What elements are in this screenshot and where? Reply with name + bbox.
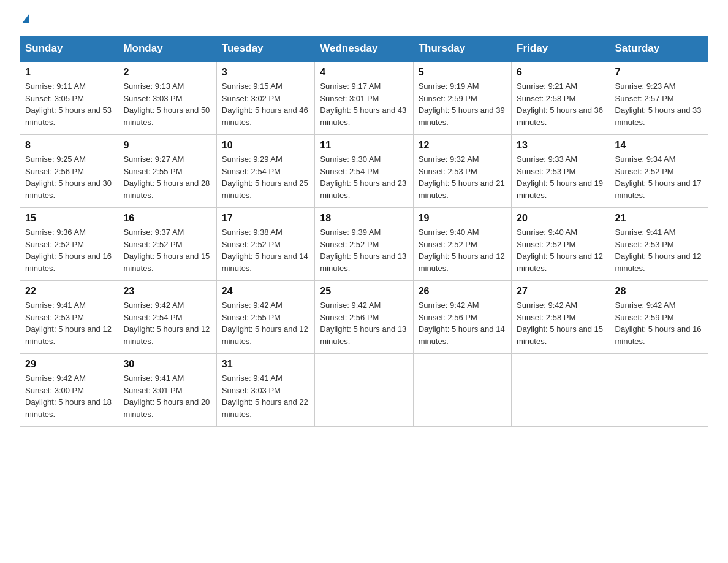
- calendar-cell: 3 Sunrise: 9:15 AMSunset: 3:02 PMDayligh…: [216, 61, 314, 135]
- calendar-cell: [610, 354, 708, 427]
- calendar-cell: 17 Sunrise: 9:38 AMSunset: 2:52 PMDaylig…: [216, 208, 314, 281]
- calendar-cell: 11 Sunrise: 9:30 AMSunset: 2:54 PMDaylig…: [315, 135, 413, 208]
- calendar-cell: 27 Sunrise: 9:42 AMSunset: 2:58 PMDaylig…: [512, 281, 610, 354]
- calendar-cell: 25 Sunrise: 9:42 AMSunset: 2:56 PMDaylig…: [315, 281, 413, 354]
- day-info: Sunrise: 9:41 AMSunset: 3:01 PMDaylight:…: [123, 373, 210, 419]
- day-info: Sunrise: 9:37 AMSunset: 2:52 PMDaylight:…: [123, 228, 210, 273]
- calendar-body: 1 Sunrise: 9:11 AMSunset: 3:05 PMDayligh…: [20, 61, 708, 427]
- day-header-sunday: Sunday: [20, 36, 118, 62]
- day-info: Sunrise: 9:42 AMSunset: 2:56 PMDaylight:…: [320, 301, 406, 346]
- calendar-cell: 26 Sunrise: 9:42 AMSunset: 2:56 PMDaylig…: [413, 281, 511, 354]
- week-row-3: 15 Sunrise: 9:36 AMSunset: 2:52 PMDaylig…: [20, 208, 708, 281]
- day-info: Sunrise: 9:42 AMSunset: 3:00 PMDaylight:…: [25, 373, 112, 419]
- day-header-saturday: Saturday: [610, 36, 708, 62]
- calendar-cell: 12 Sunrise: 9:32 AMSunset: 2:53 PMDaylig…: [413, 135, 511, 208]
- day-number: 11: [320, 140, 408, 151]
- day-info: Sunrise: 9:17 AMSunset: 3:01 PMDaylight:…: [320, 82, 406, 127]
- calendar-cell: 6 Sunrise: 9:21 AMSunset: 2:58 PMDayligh…: [512, 61, 610, 135]
- calendar-cell: 28 Sunrise: 9:42 AMSunset: 2:59 PMDaylig…: [610, 281, 708, 354]
- day-number: 9: [123, 140, 211, 151]
- day-info: Sunrise: 9:40 AMSunset: 2:52 PMDaylight:…: [517, 228, 603, 273]
- day-info: Sunrise: 9:42 AMSunset: 2:58 PMDaylight:…: [517, 301, 603, 346]
- calendar-cell: 14 Sunrise: 9:34 AMSunset: 2:52 PMDaylig…: [610, 135, 708, 208]
- day-info: Sunrise: 9:30 AMSunset: 2:54 PMDaylight:…: [320, 155, 406, 200]
- day-info: Sunrise: 9:36 AMSunset: 2:52 PMDaylight:…: [25, 228, 112, 273]
- calendar-cell: 15 Sunrise: 9:36 AMSunset: 2:52 PMDaylig…: [20, 208, 118, 281]
- day-number: 29: [25, 359, 113, 370]
- calendar-cell: 24 Sunrise: 9:42 AMSunset: 2:55 PMDaylig…: [216, 281, 314, 354]
- calendar-cell: 16 Sunrise: 9:37 AMSunset: 2:52 PMDaylig…: [118, 208, 216, 281]
- day-number: 10: [222, 140, 309, 151]
- day-number: 18: [320, 213, 408, 224]
- day-info: Sunrise: 9:41 AMSunset: 2:53 PMDaylight:…: [25, 301, 112, 346]
- day-info: Sunrise: 9:41 AMSunset: 3:03 PMDaylight:…: [222, 373, 308, 419]
- calendar-cell: 8 Sunrise: 9:25 AMSunset: 2:56 PMDayligh…: [20, 135, 118, 208]
- calendar-cell: 5 Sunrise: 9:19 AMSunset: 2:59 PMDayligh…: [413, 61, 511, 135]
- day-header-thursday: Thursday: [413, 36, 511, 62]
- day-number: 1: [25, 67, 113, 78]
- day-number: 15: [25, 213, 113, 224]
- day-number: 24: [222, 286, 309, 297]
- day-info: Sunrise: 9:42 AMSunset: 2:54 PMDaylight:…: [123, 301, 210, 346]
- day-header-monday: Monday: [118, 36, 216, 62]
- day-info: Sunrise: 9:40 AMSunset: 2:52 PMDaylight:…: [419, 228, 505, 273]
- week-row-4: 22 Sunrise: 9:41 AMSunset: 2:53 PMDaylig…: [20, 281, 708, 354]
- day-headers-row: SundayMondayTuesdayWednesdayThursdayFrid…: [20, 36, 708, 62]
- day-number: 30: [123, 359, 211, 370]
- logo-arrow-icon: [22, 13, 29, 23]
- day-info: Sunrise: 9:39 AMSunset: 2:52 PMDaylight:…: [320, 228, 406, 273]
- week-row-2: 8 Sunrise: 9:25 AMSunset: 2:56 PMDayligh…: [20, 135, 708, 208]
- day-info: Sunrise: 9:25 AMSunset: 2:56 PMDaylight:…: [25, 155, 112, 200]
- calendar-cell: 30 Sunrise: 9:41 AMSunset: 3:01 PMDaylig…: [118, 354, 216, 427]
- day-number: 21: [615, 213, 703, 224]
- calendar-cell: 31 Sunrise: 9:41 AMSunset: 3:03 PMDaylig…: [216, 354, 314, 427]
- day-number: 16: [123, 213, 211, 224]
- day-header-friday: Friday: [512, 36, 610, 62]
- day-info: Sunrise: 9:27 AMSunset: 2:55 PMDaylight:…: [123, 155, 210, 200]
- calendar-cell: 29 Sunrise: 9:42 AMSunset: 3:00 PMDaylig…: [20, 354, 118, 427]
- day-number: 23: [123, 286, 211, 297]
- calendar-cell: 7 Sunrise: 9:23 AMSunset: 2:57 PMDayligh…: [610, 61, 708, 135]
- day-info: Sunrise: 9:33 AMSunset: 2:53 PMDaylight:…: [517, 155, 603, 200]
- calendar-cell: 13 Sunrise: 9:33 AMSunset: 2:53 PMDaylig…: [512, 135, 610, 208]
- day-number: 8: [25, 140, 113, 151]
- day-info: Sunrise: 9:41 AMSunset: 2:53 PMDaylight:…: [615, 228, 702, 273]
- calendar-cell: 19 Sunrise: 9:40 AMSunset: 2:52 PMDaylig…: [413, 208, 511, 281]
- day-header-tuesday: Tuesday: [216, 36, 314, 62]
- day-number: 19: [419, 213, 506, 224]
- day-info: Sunrise: 9:11 AMSunset: 3:05 PMDaylight:…: [25, 82, 112, 127]
- day-header-wednesday: Wednesday: [315, 36, 413, 62]
- day-number: 26: [419, 286, 506, 297]
- day-info: Sunrise: 9:42 AMSunset: 2:56 PMDaylight:…: [419, 301, 505, 346]
- day-info: Sunrise: 9:34 AMSunset: 2:52 PMDaylight:…: [615, 155, 702, 200]
- day-info: Sunrise: 9:29 AMSunset: 2:54 PMDaylight:…: [222, 155, 308, 200]
- calendar-cell: 23 Sunrise: 9:42 AMSunset: 2:54 PMDaylig…: [118, 281, 216, 354]
- calendar-cell: 1 Sunrise: 9:11 AMSunset: 3:05 PMDayligh…: [20, 61, 118, 135]
- day-info: Sunrise: 9:23 AMSunset: 2:57 PMDaylight:…: [615, 82, 702, 127]
- day-number: 2: [123, 67, 211, 78]
- day-info: Sunrise: 9:32 AMSunset: 2:53 PMDaylight:…: [419, 155, 505, 200]
- day-number: 14: [615, 140, 703, 151]
- calendar-cell: 4 Sunrise: 9:17 AMSunset: 3:01 PMDayligh…: [315, 61, 413, 135]
- day-number: 6: [517, 67, 604, 78]
- calendar-table: SundayMondayTuesdayWednesdayThursdayFrid…: [20, 36, 708, 427]
- calendar-header: SundayMondayTuesdayWednesdayThursdayFrid…: [20, 36, 708, 62]
- day-info: Sunrise: 9:13 AMSunset: 3:03 PMDaylight:…: [123, 82, 210, 127]
- day-number: 20: [517, 213, 604, 224]
- day-number: 25: [320, 286, 408, 297]
- week-row-1: 1 Sunrise: 9:11 AMSunset: 3:05 PMDayligh…: [20, 61, 708, 135]
- day-info: Sunrise: 9:42 AMSunset: 2:55 PMDaylight:…: [222, 301, 308, 346]
- calendar-cell: 22 Sunrise: 9:41 AMSunset: 2:53 PMDaylig…: [20, 281, 118, 354]
- calendar-cell: 21 Sunrise: 9:41 AMSunset: 2:53 PMDaylig…: [610, 208, 708, 281]
- day-info: Sunrise: 9:21 AMSunset: 2:58 PMDaylight:…: [517, 82, 603, 127]
- calendar-cell: 18 Sunrise: 9:39 AMSunset: 2:52 PMDaylig…: [315, 208, 413, 281]
- day-info: Sunrise: 9:42 AMSunset: 2:59 PMDaylight:…: [615, 301, 702, 346]
- day-number: 22: [25, 286, 113, 297]
- calendar-cell: [315, 354, 413, 427]
- calendar-cell: 20 Sunrise: 9:40 AMSunset: 2:52 PMDaylig…: [512, 208, 610, 281]
- page-header: [20, 15, 708, 25]
- day-number: 7: [615, 67, 703, 78]
- calendar-cell: [413, 354, 511, 427]
- day-number: 12: [419, 140, 506, 151]
- calendar-cell: 2 Sunrise: 9:13 AMSunset: 3:03 PMDayligh…: [118, 61, 216, 135]
